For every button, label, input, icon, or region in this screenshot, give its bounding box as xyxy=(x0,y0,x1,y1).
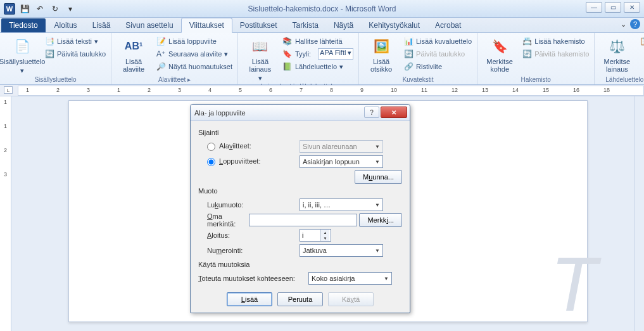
bibliography-button[interactable]: 📗Lähdeluettelo ▾ xyxy=(281,60,355,73)
spin-down[interactable]: ▼ xyxy=(320,235,329,241)
apply-button: Käytä xyxy=(328,292,374,306)
start-at-input[interactable] xyxy=(300,230,320,241)
group-index: 🔖 Merkitse kohde 📇Lisää hakemisto 🔄Päivi… xyxy=(477,33,595,84)
apply-to-label: Toteuta muutokset kohteeseen: xyxy=(198,275,308,282)
tab-insert[interactable]: Lisää xyxy=(85,18,118,32)
save-button[interactable]: 💾 xyxy=(18,2,32,16)
add-text-button[interactable]: 📑Lisää teksti ▾ xyxy=(43,35,107,48)
toc-icon: 📄 xyxy=(12,36,32,56)
start-at-label: Aloitus: xyxy=(198,231,300,239)
dialog-help-button[interactable]: ? xyxy=(364,107,379,118)
qat-more-button[interactable]: ▾ xyxy=(63,2,77,16)
tab-selector[interactable]: L xyxy=(4,86,13,94)
apply-section-label: Käytä muutoksia xyxy=(198,261,402,268)
tab-devtools[interactable]: Kehitystyökalut xyxy=(361,18,427,32)
redo-icon: ↻ xyxy=(50,4,60,14)
group-authorities: ⚖️ Merkitse lainaus 📋 Lähdeluettelo xyxy=(595,33,644,84)
watermark: T xyxy=(550,240,599,328)
mark-entry-icon: 🔖 xyxy=(489,36,510,56)
tab-pagelayout[interactable]: Sivun asettelu xyxy=(118,18,180,32)
group-footnotes: AB¹ Lisää alaviite 📝Lisää loppuviite A⁺S… xyxy=(111,33,238,84)
insert-table-figures-button[interactable]: 📊Lisää kuvaluettelo xyxy=(402,35,473,48)
tab-home[interactable]: Aloitus xyxy=(47,18,85,32)
insert-index-button[interactable]: 📇Lisää hakemisto xyxy=(521,35,590,48)
custom-mark-input[interactable] xyxy=(249,214,357,226)
crossref-icon: 🔗 xyxy=(403,62,414,72)
add-text-icon: 📑 xyxy=(44,36,54,46)
group-citations: 📖 Lisää lainaus▾ 📚Hallitse lähteitä 🔖Tyy… xyxy=(238,33,359,84)
save-icon: 💾 xyxy=(20,4,30,14)
group-toc: 📄 Sisällysluettelo▾ 📑Lisää teksti ▾ 🔄Päi… xyxy=(0,33,111,84)
chevron-down-icon: ▾ xyxy=(65,4,75,14)
insert-endnote-button[interactable]: 📝Lisää loppuviite xyxy=(155,35,234,48)
numbering-select[interactable]: Jatkuva▼ xyxy=(300,244,383,257)
insert-citation-button[interactable]: 📖 Lisää lainaus▾ xyxy=(242,35,279,82)
endnote-position-select[interactable]: Asiakirjan loppuun▼ xyxy=(300,155,383,168)
authorities-icon: 📋 xyxy=(639,36,644,46)
minimize-ribbon-button[interactable]: ⌄ xyxy=(621,20,626,29)
tab-acrobat[interactable]: Acrobat xyxy=(427,18,469,32)
footnotes-radio[interactable]: Alaviitteet: xyxy=(198,142,300,151)
update-toc-button[interactable]: 🔄Päivitä taulukko xyxy=(43,48,107,60)
update-index-button[interactable]: 🔄Päivitä hakemisto xyxy=(521,48,590,60)
next-footnote-icon: A⁺ xyxy=(156,49,166,59)
number-format-select[interactable]: i, ii, iii, …▼ xyxy=(300,198,383,211)
tab-mailings[interactable]: Postitukset xyxy=(232,18,285,32)
group-label: Sisällysluettelo xyxy=(4,75,107,84)
mark-entry-button[interactable]: 🔖 Merkitse kohde xyxy=(481,35,518,73)
undo-button[interactable]: ↶ xyxy=(33,2,47,16)
maximize-button[interactable]: ▭ xyxy=(605,2,621,13)
insert-caption-button[interactable]: 🖼️ Lisää otsikko xyxy=(363,35,400,73)
bibliography-icon: 📗 xyxy=(282,62,293,72)
numbering-label: Numerointi: xyxy=(198,247,300,254)
mark-citation-icon: ⚖️ xyxy=(607,36,627,56)
title-bar: W 💾 ↶ ↻ ▾ Sisluettelo-hakemisto.docx - M… xyxy=(0,0,644,18)
footnote-position-select: Sivun alareunaan▼ xyxy=(300,140,383,153)
insert-footnote-button[interactable]: AB¹ Lisää alaviite xyxy=(115,35,152,73)
vertical-scrollbar[interactable] xyxy=(634,96,644,331)
tab-review[interactable]: Tarkista xyxy=(285,18,326,32)
cross-reference-button[interactable]: 🔗Ristiviite xyxy=(402,60,473,73)
close-window-button[interactable]: ✕ xyxy=(624,2,640,13)
group-label: Lähdeluettelo xyxy=(598,75,644,84)
update-captions-button[interactable]: 🔄Päivitä taulukko xyxy=(402,48,473,60)
start-at-spinner[interactable]: ▲▼ xyxy=(300,229,331,242)
symbol-button[interactable]: Merkki... xyxy=(359,213,402,227)
manage-sources-icon: 📚 xyxy=(282,36,293,46)
apply-to-select[interactable]: Koko asiakirja▼ xyxy=(308,272,392,285)
mark-citation-button[interactable]: ⚖️ Merkitse lainaus xyxy=(598,35,635,73)
citation-style-select[interactable]: 🔖Tyyli: APA Fiftl ▾ xyxy=(281,48,355,60)
show-notes-button[interactable]: 🔎Näytä huomautukset xyxy=(155,60,234,73)
endnote-icon: 📝 xyxy=(156,36,166,46)
vertical-ruler[interactable]: 1123 xyxy=(0,96,11,331)
spin-up[interactable]: ▲ xyxy=(320,230,329,235)
horizontal-ruler[interactable]: 1231234567891011121314151618 xyxy=(18,86,644,96)
app-logo[interactable]: W xyxy=(3,2,16,16)
minimize-button[interactable]: — xyxy=(586,2,602,13)
convert-button[interactable]: Muunna... xyxy=(355,170,402,184)
update-icon: 🔄 xyxy=(44,49,54,59)
insert-button[interactable]: Lisää xyxy=(227,292,272,306)
group-captions: 🖼️ Lisää otsikko 📊Lisää kuvaluettelo 🔄Pä… xyxy=(359,33,477,84)
group-label: Hakemisto xyxy=(481,75,590,84)
format-section-label: Muoto xyxy=(198,187,402,195)
footnote-icon: AB¹ xyxy=(123,36,144,56)
redo-button[interactable]: ↻ xyxy=(48,2,62,16)
dialog-title-bar[interactable]: Ala- ja loppuviite ? ✕ xyxy=(191,105,410,121)
window-controls: — ▭ ✕ xyxy=(586,2,640,13)
update-icon: 🔄 xyxy=(522,49,532,59)
group-label: Alaviitteet ▸ xyxy=(115,75,234,84)
manage-sources-button[interactable]: 📚Hallitse lähteitä xyxy=(281,35,355,48)
tab-file[interactable]: Tiedosto xyxy=(1,18,46,32)
tab-references[interactable]: Viittaukset xyxy=(181,18,232,33)
insert-authorities-button[interactable]: 📋 xyxy=(638,35,644,48)
next-footnote-button[interactable]: A⁺Seuraava alaviite ▾ xyxy=(155,48,234,60)
dialog-close-button[interactable]: ✕ xyxy=(381,107,407,118)
endnotes-radio[interactable]: Loppuviitteet: xyxy=(198,157,300,166)
toc-button[interactable]: 📄 Sisällysluettelo▾ xyxy=(4,35,41,74)
help-button[interactable]: ? xyxy=(630,19,640,29)
update-icon: 🔄 xyxy=(403,49,414,59)
cancel-button[interactable]: Peruuta xyxy=(277,292,323,306)
tab-view[interactable]: Näytä xyxy=(326,18,361,32)
figures-icon: 📊 xyxy=(403,36,414,46)
